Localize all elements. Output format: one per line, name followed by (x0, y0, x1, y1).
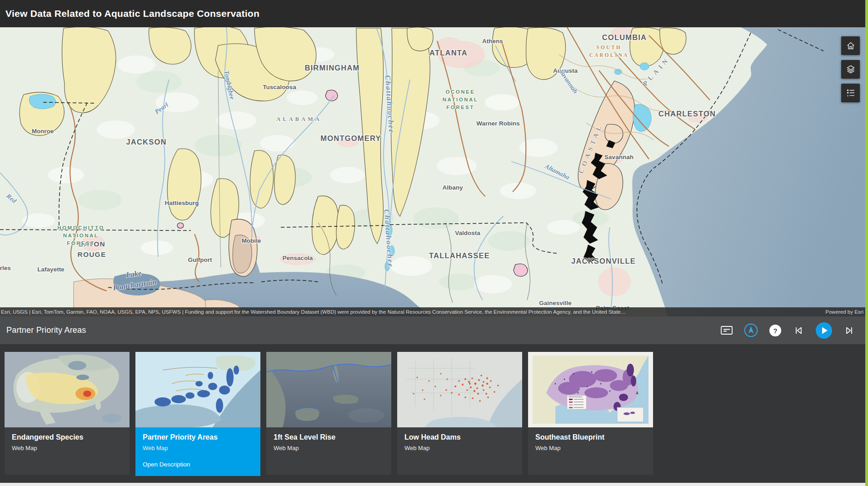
play-button[interactable] (815, 322, 833, 339)
card-title: Endangered Species (12, 433, 122, 441)
map-label: Tuscaloosa (263, 84, 296, 90)
layers-icon (845, 64, 856, 75)
card-title: 1ft Sea Level Rise (274, 433, 384, 441)
map-controls (841, 36, 860, 102)
map-label: Valdosta (455, 230, 480, 236)
panel-title: Partner Priority Areas (6, 326, 86, 335)
map-region: ATLANTABIRMINGHAMMONTGOMERYJACKSONTALLAH… (0, 27, 868, 316)
layers-button[interactable] (841, 60, 860, 79)
map-label: OCONEE (446, 89, 475, 95)
card-thumbnail (266, 352, 391, 427)
description-icon (720, 325, 733, 336)
card-thumbnail (528, 352, 653, 427)
map-label: NATIONAL (443, 97, 479, 102)
map-label: Gainesville (539, 300, 572, 306)
map-label: CHARLESTON (658, 110, 716, 118)
title-bar: View Data Related to Aquatic Landscape C… (0, 0, 868, 27)
home-icon (845, 40, 856, 51)
card-subtitle: Web Map (274, 445, 384, 451)
help-icon: ? (769, 324, 782, 337)
card-subtitle: Web Map (12, 445, 122, 451)
navigate-button[interactable] (744, 323, 758, 337)
bottom-edge-strip (0, 483, 868, 486)
map-label: Monroe (32, 128, 54, 135)
map-label: TALLAHASSEE (429, 251, 490, 260)
map-label: JACKSONVILLE (571, 257, 636, 265)
map-label: Hattiesburg (165, 200, 199, 206)
bottom-panel: Partner Priority Areas (0, 316, 868, 483)
skip-back-icon (793, 325, 804, 336)
open-description-link[interactable]: Open Description (143, 461, 253, 468)
card-body: Endangered Species Web Map (5, 427, 130, 451)
map-label: Warner Robins (476, 120, 520, 127)
legend-icon (845, 88, 856, 99)
card-southeast-blueprint[interactable]: Southeast Blueprint Web Map (528, 352, 653, 475)
card-thumbnail (5, 352, 130, 427)
attribution-text: Esri, USGS | Esri, TomTom, Garmin, FAO, … (1, 309, 626, 315)
description-button[interactable] (720, 325, 733, 336)
map-label: JACKSON (126, 138, 166, 146)
map-label: Mobile (242, 237, 261, 244)
compass-arrow-icon (744, 323, 758, 337)
skip-forward-icon (843, 325, 855, 336)
page-title: View Data Related to Aquatic Landscape C… (5, 8, 259, 19)
map-label: ALABAMA (276, 116, 322, 122)
map-label: arles (0, 265, 11, 271)
powered-by-esri-link[interactable]: Powered by Esri (825, 309, 863, 315)
help-button[interactable]: ? (769, 324, 782, 337)
card-thumbnail (135, 352, 260, 427)
right-edge-green-bar (865, 0, 868, 486)
map-label: COLUMBIA (602, 33, 647, 41)
map-label: MONTGOMERY (320, 134, 381, 142)
map-label: Athens (482, 38, 503, 45)
card-body: Partner Priority Areas Web Map Open Desc… (135, 427, 260, 468)
card-title: Southeast Blueprint (535, 433, 646, 441)
play-icon (815, 322, 833, 339)
card-endangered-species[interactable]: Endangered Species Web Map (5, 352, 130, 475)
map-label: Savannah (604, 154, 634, 160)
svg-text:?: ? (773, 326, 777, 334)
map-label: FOREST (67, 240, 95, 246)
slide-cards: Endangered Species Web Map (5, 352, 653, 476)
card-body: Southeast Blueprint Web Map (528, 427, 653, 451)
map-label: CAROLINA (589, 52, 629, 58)
card-subtitle: Web Map (143, 445, 253, 451)
panel-toolbar: ? (720, 322, 855, 339)
thumbnail-legend (567, 396, 586, 409)
map-label: Gulfport (188, 256, 212, 263)
map-label: NATIONAL (63, 233, 99, 238)
previous-slide-button[interactable] (793, 325, 804, 336)
map-label: ROUGE (78, 251, 106, 258)
card-partner-priority-areas[interactable]: Partner Priority Areas Web Map Open Desc… (135, 352, 260, 476)
map-label: FOREST (446, 105, 474, 110)
home-button[interactable] (841, 36, 860, 55)
card-subtitle: Web Map (535, 445, 646, 451)
card-low-head-dams[interactable]: Low Head Dams Web Map (397, 352, 522, 475)
card-title: Low Head Dams (404, 433, 515, 441)
card-thumbnail (397, 352, 522, 427)
map-label: SOUTH (596, 45, 621, 50)
map-label: HOMOCHITTO (57, 225, 104, 230)
card-body: 1ft Sea Level Rise Web Map (266, 427, 391, 451)
panel-header: Partner Priority Areas (0, 316, 868, 344)
legend-button[interactable] (841, 84, 860, 102)
card-subtitle: Web Map (404, 445, 515, 451)
next-slide-button[interactable] (843, 325, 855, 336)
map-label: BIRMINGHAM (304, 64, 359, 72)
app-window: View Data Related to Aquatic Landscape C… (0, 0, 868, 486)
map-label: Lafayette (37, 266, 65, 273)
card-body: Low Head Dams Web Map (397, 427, 522, 451)
card-1ft-sea-level-rise[interactable]: 1ft Sea Level Rise Web Map (266, 352, 391, 475)
map-svg[interactable]: ATLANTABIRMINGHAMMONTGOMERYJACKSONTALLAH… (0, 27, 868, 316)
map-label: Pensacola (283, 255, 313, 261)
map-attribution: Esri, USGS | Esri, TomTom, Garmin, FAO, … (0, 307, 868, 316)
map-label: Albany (442, 184, 463, 191)
map-label: ATLANTA (429, 49, 468, 57)
card-title: Partner Priority Areas (143, 433, 253, 441)
